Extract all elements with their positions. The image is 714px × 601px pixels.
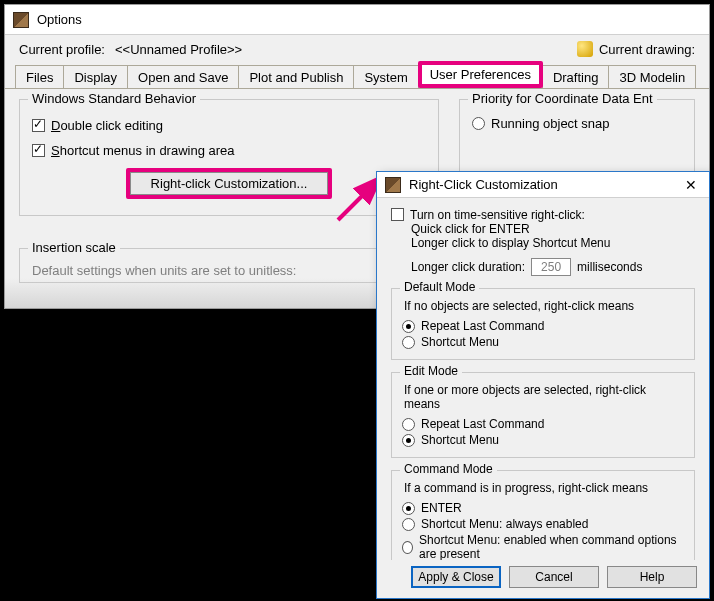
- titlebar: Options: [5, 5, 709, 35]
- radio-edit-repeat[interactable]: Repeat Last Command: [402, 417, 684, 431]
- ts-line2: Longer click to display Shortcut Menu: [411, 236, 695, 250]
- radio-icon: [402, 336, 415, 349]
- radio-cmd-always[interactable]: Shortcut Menu: always enabled: [402, 517, 684, 531]
- duration-unit: milliseconds: [577, 260, 642, 274]
- window-title: Options: [37, 12, 82, 27]
- radio-label: Repeat Last Command: [421, 417, 544, 431]
- profile-label: Current profile:: [19, 42, 105, 57]
- dialog-button-row: Apply & Close Cancel Help: [377, 560, 709, 598]
- tab-open-save[interactable]: Open and Save: [127, 65, 239, 88]
- dialog-titlebar: Right-Click Customization ✕: [377, 172, 709, 198]
- radio-icon: [472, 117, 485, 130]
- duration-input[interactable]: 250: [531, 258, 571, 276]
- duration-label: Longer click duration:: [411, 260, 525, 274]
- tab-display[interactable]: Display: [63, 65, 128, 88]
- radio-icon: [402, 518, 415, 531]
- default-mode-desc: If no objects are selected, right-click …: [404, 299, 684, 313]
- insertion-legend: Insertion scale: [28, 240, 120, 255]
- wsb-legend: Windows Standard Behavior: [28, 91, 200, 106]
- radio-label: Running object snap: [491, 116, 610, 131]
- checkbox-label: Shortcut menus in drawing area: [51, 143, 235, 158]
- radio-label: Shortcut Menu: enabled when command opti…: [419, 533, 684, 560]
- tab-plot-publish[interactable]: Plot and Publish: [238, 65, 354, 88]
- default-mode-legend: Default Mode: [400, 280, 479, 294]
- radio-label: ENTER: [421, 501, 462, 515]
- checkbox-label: Double click editing: [51, 118, 163, 133]
- checkbox-double-click-editing[interactable]: Double click editing: [32, 118, 426, 133]
- checkbox-icon: [32, 119, 45, 132]
- group-edit-mode: Edit Mode If one or more objects are sel…: [391, 372, 695, 458]
- tab-3d-modeling[interactable]: 3D Modelin: [608, 65, 696, 88]
- app-icon: [13, 12, 29, 28]
- checkbox-time-sensitive[interactable]: Turn on time-sensitive right-click:: [391, 208, 695, 222]
- command-mode-desc: If a command is in progress, right-click…: [404, 481, 684, 495]
- group-default-mode: Default Mode If no objects are selected,…: [391, 288, 695, 360]
- profile-row: Current profile: <<Unnamed Profile>> Cur…: [5, 35, 709, 61]
- radio-label: Shortcut Menu: always enabled: [421, 517, 588, 531]
- current-drawing-label: Current drawing:: [599, 42, 695, 57]
- dialog-body: Turn on time-sensitive right-click: Quic…: [377, 198, 709, 560]
- tab-user-preferences[interactable]: User Preferences: [418, 61, 543, 88]
- insertion-desc: Default settings when units are set to u…: [32, 263, 426, 278]
- checkbox-shortcut-menus[interactable]: Shortcut menus in drawing area: [32, 143, 426, 158]
- checkbox-icon: [32, 144, 45, 157]
- command-mode-legend: Command Mode: [400, 462, 497, 476]
- edit-mode-desc: If one or more objects are selected, rig…: [404, 383, 684, 411]
- tabs: Files Display Open and Save Plot and Pub…: [5, 61, 709, 89]
- checkbox-icon: [391, 208, 404, 221]
- help-button[interactable]: Help: [607, 566, 697, 588]
- tab-drafting[interactable]: Drafting: [542, 65, 610, 88]
- profile-value: <<Unnamed Profile>>: [115, 42, 242, 57]
- radio-cmd-when-options[interactable]: Shortcut Menu: enabled when command opti…: [402, 533, 684, 560]
- tab-system[interactable]: System: [353, 65, 418, 88]
- radio-default-repeat[interactable]: Repeat Last Command: [402, 319, 684, 333]
- edit-mode-legend: Edit Mode: [400, 364, 462, 378]
- tab-files[interactable]: Files: [15, 65, 64, 88]
- app-icon: [385, 177, 401, 193]
- drawing-icon: [577, 41, 593, 57]
- radio-icon: [402, 502, 415, 515]
- radio-icon: [402, 418, 415, 431]
- radio-label: Shortcut Menu: [421, 433, 499, 447]
- apply-close-button[interactable]: Apply & Close: [411, 566, 501, 588]
- priority-legend: Priority for Coordinate Data Ent: [468, 91, 657, 106]
- right-click-customization-button[interactable]: Right-click Customization...: [126, 168, 333, 199]
- radio-cmd-enter[interactable]: ENTER: [402, 501, 684, 515]
- group-command-mode: Command Mode If a command is in progress…: [391, 470, 695, 560]
- radio-edit-shortcut[interactable]: Shortcut Menu: [402, 433, 684, 447]
- radio-running-object-snap[interactable]: Running object snap: [472, 116, 682, 131]
- radio-label: Repeat Last Command: [421, 319, 544, 333]
- close-icon[interactable]: ✕: [681, 175, 701, 195]
- cancel-button[interactable]: Cancel: [509, 566, 599, 588]
- radio-label: Shortcut Menu: [421, 335, 499, 349]
- radio-icon: [402, 320, 415, 333]
- checkbox-label: Turn on time-sensitive right-click:: [410, 208, 585, 222]
- radio-default-shortcut[interactable]: Shortcut Menu: [402, 335, 684, 349]
- ts-line1: Quick click for ENTER: [411, 222, 695, 236]
- radio-icon: [402, 434, 415, 447]
- radio-icon: [402, 541, 413, 554]
- dialog-title: Right-Click Customization: [409, 177, 558, 192]
- right-click-customization-dialog: Right-Click Customization ✕ Turn on time…: [376, 171, 710, 599]
